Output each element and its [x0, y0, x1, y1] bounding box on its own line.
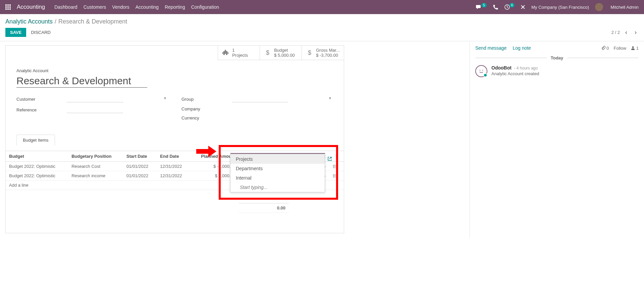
user-menu[interactable]: Mitchell Admin [610, 5, 639, 10]
title-input[interactable] [16, 75, 147, 88]
nav-configuration[interactable]: Configuration [191, 4, 219, 10]
breadcrumb-parent[interactable]: Analytic Accounts [5, 18, 53, 25]
dropdown-item-internal[interactable]: Internal [230, 173, 325, 183]
company-switcher[interactable]: My Company (San Francisco) [531, 5, 589, 10]
message-time: - 4 hours ago [514, 66, 538, 70]
external-link-icon[interactable] [327, 156, 332, 161]
stat-margin-value: $ -3,700.00 [316, 53, 340, 58]
currency-label: Currency [181, 115, 232, 121]
trash-icon[interactable]: 🗑 [332, 164, 336, 169]
chevron-down-icon: ▼ [328, 96, 332, 100]
col-position: Budgetary Position [68, 151, 123, 162]
customer-label: Customer [16, 97, 67, 102]
activity-icon[interactable]: 6 [504, 4, 515, 10]
avatar[interactable] [595, 3, 603, 11]
nav-accounting[interactable]: Accounting [136, 4, 159, 10]
messages-badge: 5 [481, 3, 487, 7]
tab-budget-items[interactable]: Budget Items [16, 135, 55, 145]
activity-badge: 6 [509, 3, 515, 7]
company-label: Company [181, 106, 232, 111]
follower-icon[interactable]: 1 [631, 46, 639, 51]
svg-text:$: $ [266, 49, 269, 56]
kebab-icon[interactable]: ⋮ [332, 154, 340, 159]
send-message-button[interactable]: Send message [475, 45, 506, 51]
stat-margin[interactable]: $ Gross Mar... $ -3,700.00 [302, 46, 344, 60]
nav-reporting[interactable]: Reporting [165, 4, 185, 10]
log-note-button[interactable]: Log note [513, 45, 531, 51]
group-input[interactable] [232, 96, 288, 102]
app-brand[interactable]: Accounting [17, 4, 45, 10]
col-budget: Budget [6, 151, 68, 162]
arrow-icon [196, 146, 216, 157]
svg-text:$: $ [308, 49, 311, 56]
breadcrumb-current: Research & Development [58, 18, 127, 25]
stat-budget[interactable]: $ Budget $ 5,000.00 [260, 46, 302, 60]
pager-next-icon[interactable]: › [633, 28, 639, 37]
message-text: Analytic Account created [491, 71, 539, 76]
reference-input[interactable] [67, 106, 123, 113]
stat-projects-label: Projects [232, 53, 248, 58]
nav-vendors[interactable]: Vendors [112, 4, 129, 10]
topnav: Accounting Dashboard Customers Vendors A… [0, 0, 644, 14]
stat-projects-count: 1 [232, 48, 248, 53]
follow-button[interactable]: Follow [614, 46, 627, 51]
breadcrumb: Analytic Accounts / Research & Developme… [0, 14, 644, 26]
reference-label: Reference [16, 107, 67, 112]
messages-icon[interactable]: 5 [476, 4, 487, 10]
dollar-icon: $ [264, 49, 271, 56]
stat-margin-label: Gross Mar... [316, 48, 340, 53]
chatter: Send message Log note 0 Follow 1 Today [470, 41, 644, 237]
message-author: OdooBot [491, 65, 512, 70]
attachment-icon[interactable]: 0 [601, 46, 609, 51]
trash-icon[interactable]: 🗑 [332, 173, 336, 178]
title-label: Analytic Account [16, 68, 333, 73]
discard-button[interactable]: DISCARD [26, 28, 55, 37]
phone-icon[interactable] [493, 4, 498, 10]
dropdown-footer: Start typing... [230, 183, 325, 192]
group-dropdown: Projects Departments Internal Start typi… [230, 154, 325, 192]
pager-count: 2 / 2 [611, 30, 620, 35]
stat-budget-label: Budget [274, 48, 294, 53]
chevron-down-icon: ▼ [163, 96, 167, 100]
save-button[interactable]: SAVE [5, 28, 26, 37]
dropdown-item-departments[interactable]: Departments [230, 164, 325, 173]
stat-projects[interactable]: 1 Projects [218, 46, 260, 60]
group-label: Group [181, 97, 232, 102]
dollar-icon: $ [306, 49, 313, 56]
puzzle-icon [222, 49, 229, 56]
col-end: End Date [157, 151, 190, 162]
col-start: Start Date [123, 151, 157, 162]
stat-budget-value: $ 5,000.00 [274, 53, 294, 58]
bot-avatar-icon [475, 65, 487, 77]
nav-dashboard[interactable]: Dashboard [54, 4, 77, 10]
form-sheet: 1 Projects $ Budget $ 5,000.00 $ [5, 45, 344, 233]
pager-prev-icon[interactable]: ‹ [623, 28, 629, 37]
nav-customers[interactable]: Customers [84, 4, 106, 10]
customer-input[interactable] [67, 96, 123, 102]
chatter-date: Today [547, 55, 567, 60]
close-icon[interactable] [521, 5, 525, 9]
total-practical: 0.00 [239, 203, 289, 213]
chatter-message: OdooBot - 4 hours ago Analytic Account c… [475, 65, 639, 77]
dropdown-item-projects[interactable]: Projects [230, 154, 325, 164]
apps-icon[interactable] [5, 4, 11, 10]
action-bar: SAVE DISCARD 2 / 2 ‹ › [0, 26, 644, 41]
